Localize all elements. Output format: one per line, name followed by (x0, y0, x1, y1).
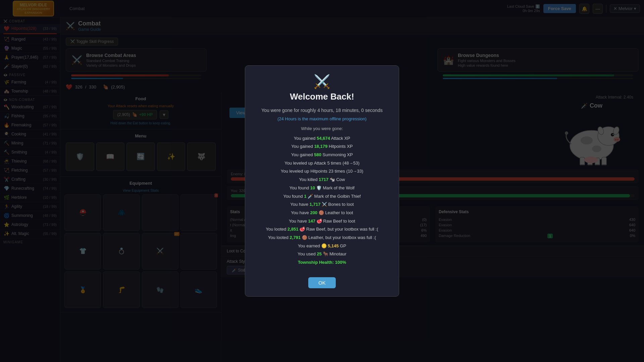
stat-golbin-mark: You found 1 🗡️ Mark of the Golbin Thief (255, 192, 389, 201)
stat-rawbeef-full: You looted 2,851 🥩 Raw Beef, but your lo… (255, 225, 389, 234)
stat-attack-xp: You gained 54,674 Attack XP (255, 134, 389, 143)
modal-max-note: (24 Hours is the maximum offline progres… (255, 116, 389, 121)
stat-township-health: Township Health: 100% (255, 258, 389, 267)
modal-sword-icon: ⚔️ (255, 74, 389, 89)
stat-gp-earned: You earned 🪙 5,145 GP (255, 242, 389, 250)
modal-gone-message: You were gone for roughly 4 hours, 18 mi… (255, 107, 389, 114)
welcome-back-modal-overlay: ⚔️ Welcome Back! You were gone for rough… (0, 0, 644, 362)
stat-attack-level: You leveled up Attack 5 times (48→53) (255, 159, 389, 168)
stat-kills: You killed 1717 🐄 Cow (255, 176, 389, 184)
welcome-back-modal: ⚔️ Welcome Back! You were gone for rough… (245, 65, 399, 296)
stat-hp-xp: You gained 18,179 Hitpoints XP (255, 142, 389, 151)
modal-stats-container: You gained 54,674 Attack XP You gained 1… (255, 134, 389, 267)
stat-leather-loot: You have 200 🟤 Leather to loot (255, 209, 389, 217)
stat-bones-loot: You have 1,717 ⚔️ Bones to loot (255, 200, 389, 209)
stat-minotaur-used: You used 25 🐂 Minotaur (255, 250, 389, 258)
stat-hp-level: You leveled up Hitpoints 23 times (10→33… (255, 167, 389, 176)
stat-summoning-xp: You gained 580 Summoning XP (255, 151, 389, 159)
stat-wolf-mark: You found 10 🛡️ Mark of the Wolf (255, 184, 389, 192)
modal-title: Welcome Back! (255, 92, 389, 102)
modal-ok-button[interactable]: OK (308, 277, 336, 288)
modal-while-gone: While you were gone: (255, 126, 389, 131)
stat-leather-full: You looted 2,791 🟤 Leather, but your loo… (255, 234, 389, 242)
stat-rawbeef-loot: You have 147 🥩 Raw Beef to loot (255, 217, 389, 226)
